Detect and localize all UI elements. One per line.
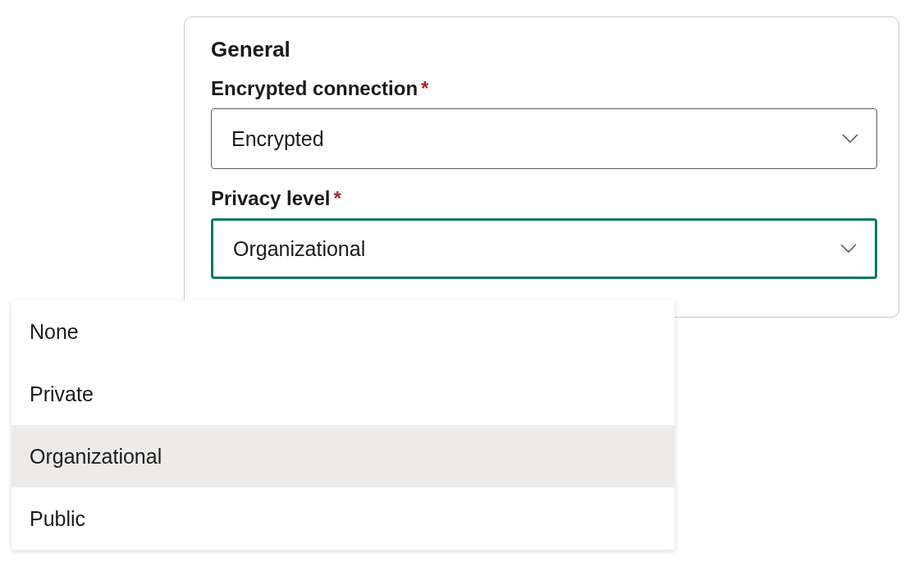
chevron-down-icon: [842, 134, 858, 144]
privacy-level-options-list: None Private Organizational Public: [11, 300, 675, 550]
privacy-level-label: Privacy level*: [211, 187, 877, 210]
option-private[interactable]: Private: [11, 363, 675, 425]
encrypted-connection-dropdown[interactable]: Encrypted: [211, 108, 877, 169]
privacy-level-dropdown[interactable]: Organizational: [211, 218, 877, 279]
option-organizational[interactable]: Organizational: [11, 425, 675, 487]
label-text: Encrypted connection: [211, 77, 418, 99]
option-public[interactable]: Public: [11, 487, 675, 550]
required-marker: *: [421, 77, 428, 99]
dropdown-value: Organizational: [233, 237, 365, 261]
required-marker: *: [333, 187, 341, 209]
label-text: Privacy level: [211, 187, 330, 209]
chevron-down-icon: [840, 244, 857, 254]
general-panel: General Encrypted connection* Encrypted …: [184, 16, 899, 318]
encrypted-connection-label: Encrypted connection*: [211, 77, 877, 100]
option-none[interactable]: None: [11, 300, 675, 363]
section-title: General: [211, 37, 877, 62]
dropdown-value: Encrypted: [231, 127, 324, 151]
